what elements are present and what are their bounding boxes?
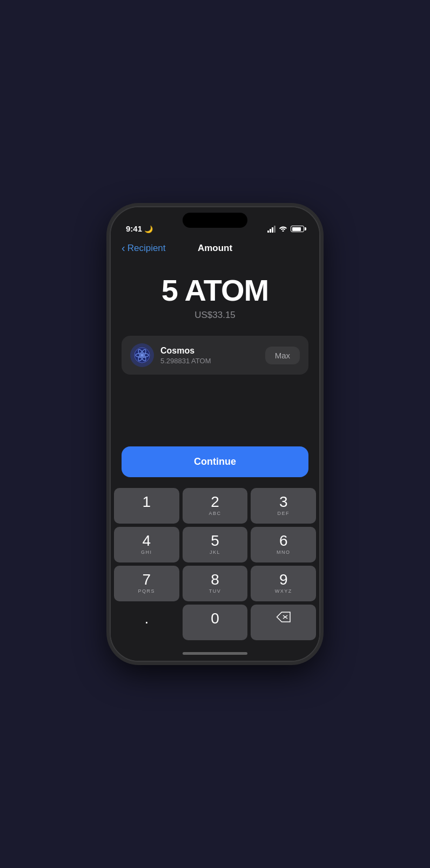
spacer [111,375,319,446]
key-backspace[interactable] [251,605,316,640]
token-card[interactable]: Cosmos 5.298831 ATOM Max [122,336,308,375]
home-bar [183,652,247,655]
back-button[interactable]: ‹ Recipient [122,242,166,254]
nav-title: Amount [198,243,232,254]
key-1[interactable]: 1 [114,488,179,524]
home-indicator [111,646,319,661]
nav-bar: ‹ Recipient Amount [111,236,319,260]
phone-frame: 9:41 [110,206,320,662]
keypad-row-3: 7 PQRS 8 TUV 9 WXYZ [114,566,316,601]
key-2[interactable]: 2 ABC [183,488,248,524]
token-icon [130,343,154,367]
amount-usd: US$33.15 [194,310,236,321]
dynamic-island [183,213,247,228]
amount-value: 5 ATOM [162,273,268,308]
key-3[interactable]: 3 DEF [251,488,316,524]
max-button[interactable]: Max [265,347,300,364]
signal-icon [267,226,276,233]
token-name: Cosmos [160,346,211,356]
key-8[interactable]: 8 TUV [183,566,248,601]
svg-point-1 [140,354,144,357]
status-time: 9:41 [126,224,153,233]
key-9[interactable]: 9 WXYZ [251,566,316,601]
time-display: 9:41 [126,224,142,233]
token-info: Cosmos 5.298831 ATOM [130,343,211,367]
key-0[interactable]: 0 [183,605,248,640]
token-balance: 5.298831 ATOM [160,357,211,365]
key-4[interactable]: 4 GHI [114,527,179,562]
battery-icon [291,226,304,232]
amount-display: 5 ATOM US$33.15 [111,260,319,329]
keypad-row-4: . 0 [114,605,316,640]
backspace-icon [276,612,291,626]
status-icons [267,225,304,233]
token-details: Cosmos 5.298831 ATOM [160,346,211,365]
back-chevron-icon: ‹ [122,242,125,254]
key-5[interactable]: 5 JKL [183,527,248,562]
wifi-icon [279,225,287,233]
key-6[interactable]: 6 MNO [251,527,316,562]
back-label: Recipient [127,243,166,254]
moon-icon [144,224,153,233]
screen-content: 9:41 [111,207,319,661]
keypad-row-1: 1 2 ABC 3 DEF [114,488,316,524]
continue-button[interactable]: Continue [122,446,308,477]
keypad-row-2: 4 GHI 5 JKL 6 MNO [114,527,316,562]
key-decimal[interactable]: . [114,605,179,640]
keypad: 1 2 ABC 3 DEF 4 GHI 5 [111,486,319,646]
key-7[interactable]: 7 PQRS [114,566,179,601]
